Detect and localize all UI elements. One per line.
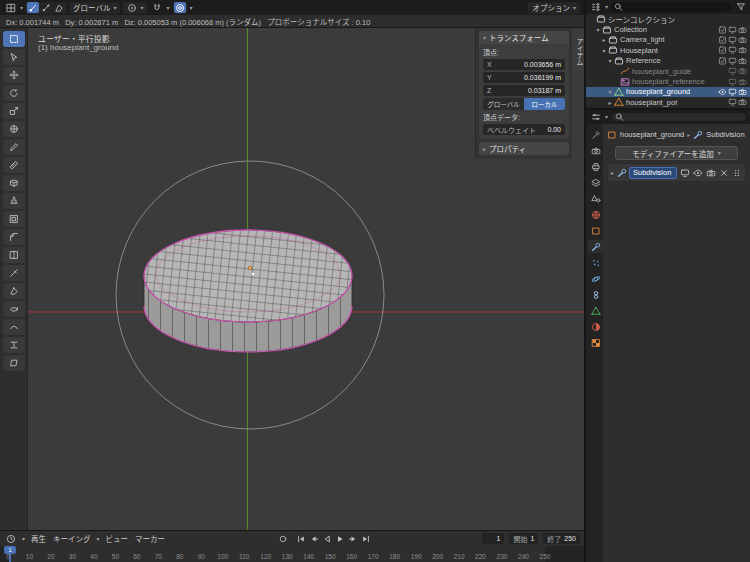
disclosure-triangle-icon[interactable]: ▾ bbox=[594, 26, 602, 33]
modifier-expand-icon[interactable]: ▸ bbox=[611, 170, 614, 176]
snap-magnet-toggle[interactable] bbox=[150, 2, 163, 14]
options-dropdown[interactable]: オプション ▾ bbox=[528, 2, 580, 14]
vertex-select-mode-button[interactable] bbox=[27, 2, 39, 13]
tool-measure[interactable] bbox=[3, 157, 25, 173]
drag-handle-icon[interactable] bbox=[731, 167, 742, 178]
add-modifier-button[interactable]: モディファイアーを追加 ▾ bbox=[615, 146, 738, 160]
tool-bevel[interactable] bbox=[3, 229, 25, 245]
camera-icon[interactable] bbox=[738, 87, 747, 96]
viewport-3d[interactable]: ユーザー・平行投影 (1) houseplant_ground ▾ トランスフォ… bbox=[28, 28, 584, 530]
properties-tab-output[interactable] bbox=[588, 160, 603, 173]
camera-icon[interactable] bbox=[738, 35, 747, 44]
tool-annotate[interactable] bbox=[3, 139, 25, 155]
face-select-mode-button[interactable] bbox=[53, 2, 65, 13]
properties-tab-object-data[interactable] bbox=[588, 304, 603, 317]
breadcrumb-object[interactable]: houseplant_ground bbox=[620, 130, 684, 139]
camera-icon[interactable] bbox=[738, 25, 747, 34]
disclosure-triangle-icon[interactable]: ▸ bbox=[600, 36, 608, 43]
current-frame-field[interactable]: 1 bbox=[482, 533, 504, 544]
menu-keying[interactable]: キーイング bbox=[52, 533, 92, 544]
screen-icon[interactable] bbox=[728, 87, 737, 96]
transform-panel-header[interactable]: ▾ トランスフォーム bbox=[479, 31, 569, 44]
edge-select-mode-button[interactable] bbox=[40, 2, 52, 13]
timeline-editor-icon[interactable] bbox=[4, 533, 17, 545]
properties-tab-constraints[interactable] bbox=[588, 288, 603, 301]
tool-scale[interactable] bbox=[3, 103, 25, 119]
checkbox-icon[interactable] bbox=[718, 25, 727, 34]
global-button[interactable]: グローバル bbox=[483, 98, 524, 110]
disclosure-triangle-icon[interactable]: ▸ bbox=[606, 99, 614, 106]
camera-icon[interactable] bbox=[738, 98, 747, 107]
vertex-z-field[interactable]: Z 0.03187 m bbox=[483, 85, 565, 96]
camera-icon[interactable] bbox=[738, 67, 747, 76]
proportional-editing-toggle[interactable] bbox=[174, 2, 186, 13]
delete-modifier-button[interactable] bbox=[718, 167, 729, 178]
vertex-y-field[interactable]: Y 0.036199 m bbox=[483, 72, 565, 83]
properties-tab-view-layer[interactable] bbox=[588, 176, 603, 189]
outliner-search-input[interactable] bbox=[611, 2, 731, 12]
display-render-toggle[interactable] bbox=[705, 167, 716, 178]
tool-spin[interactable] bbox=[3, 301, 25, 317]
screen-icon[interactable] bbox=[728, 25, 737, 34]
outliner-row-Houseplant[interactable]: ▾Houseplant bbox=[586, 45, 750, 55]
jump-end-button[interactable] bbox=[360, 533, 372, 544]
local-button[interactable]: ローカル bbox=[524, 98, 565, 110]
play-button[interactable] bbox=[334, 533, 346, 544]
outliner-row-houseplant_guide[interactable]: houseplant_guide bbox=[586, 66, 750, 76]
camera-icon[interactable] bbox=[738, 77, 747, 86]
camera-icon[interactable] bbox=[738, 56, 747, 65]
frame-start-field[interactable]: 開始 1 bbox=[509, 533, 538, 544]
checkbox-icon[interactable] bbox=[718, 35, 727, 44]
jump-start-button[interactable] bbox=[295, 533, 307, 544]
menu-playback[interactable]: 再生 bbox=[30, 533, 47, 544]
prev-keyframe-button[interactable] bbox=[308, 533, 320, 544]
display-realtime-toggle[interactable] bbox=[692, 167, 703, 178]
tool-rotate[interactable] bbox=[3, 85, 25, 101]
editor-type-icon[interactable] bbox=[4, 2, 17, 14]
checkbox-icon[interactable] bbox=[718, 56, 727, 65]
properties-tab-modifiers[interactable] bbox=[588, 240, 603, 253]
disclosure-triangle-icon[interactable]: ▾ bbox=[606, 88, 614, 95]
bevel-weight-field[interactable]: ベベルウェイト 0.00 bbox=[483, 124, 565, 135]
properties-tab-particles[interactable] bbox=[588, 256, 603, 269]
screen-icon[interactable] bbox=[728, 35, 737, 44]
properties-tab-material[interactable] bbox=[588, 320, 603, 333]
properties-tab-physics[interactable] bbox=[588, 272, 603, 285]
modifier-name-field[interactable]: Subdivision bbox=[629, 167, 677, 179]
tool-inset-faces[interactable] bbox=[3, 211, 25, 227]
tool-select-box[interactable] bbox=[3, 31, 25, 47]
properties-search-input[interactable] bbox=[611, 112, 747, 122]
properties-editor-icon[interactable] bbox=[589, 111, 602, 123]
checkbox-icon[interactable] bbox=[718, 46, 727, 55]
breadcrumb-modifier[interactable]: Subdivision bbox=[706, 130, 744, 139]
properties-tab-scene[interactable] bbox=[588, 192, 603, 205]
tool-loop-cut[interactable] bbox=[3, 247, 25, 263]
screen-icon[interactable] bbox=[728, 46, 737, 55]
screen-icon[interactable] bbox=[728, 56, 737, 65]
screen-icon[interactable] bbox=[728, 77, 737, 86]
screen-icon[interactable] bbox=[728, 67, 737, 76]
tool-shear[interactable] bbox=[3, 355, 25, 371]
properties-subpanel-header[interactable]: ▸ プロパティ bbox=[479, 142, 569, 155]
disclosure-triangle-icon[interactable]: ▾ bbox=[600, 47, 608, 54]
menu-view[interactable]: ビュー bbox=[105, 533, 130, 544]
outliner-editor-icon[interactable] bbox=[589, 1, 602, 13]
menu-marker[interactable]: マーカー bbox=[134, 533, 166, 544]
camera-icon[interactable] bbox=[738, 46, 747, 55]
tool-knife[interactable] bbox=[3, 265, 25, 281]
play-reverse-button[interactable] bbox=[321, 533, 333, 544]
outliner-row-houseplant_pot[interactable]: ▸houseplant_pot bbox=[586, 97, 750, 107]
display-editmode-toggle[interactable] bbox=[679, 167, 690, 178]
tool-edge-slide[interactable] bbox=[3, 337, 25, 353]
outliner-row-houseplant_reference[interactable]: houseplant_reference bbox=[586, 76, 750, 86]
properties-tab-world[interactable] bbox=[588, 208, 603, 221]
properties-tab-object[interactable] bbox=[588, 224, 603, 237]
tool-extrude-region[interactable] bbox=[3, 193, 25, 209]
filter-icon[interactable] bbox=[734, 1, 747, 13]
auto-keying-toggle[interactable] bbox=[277, 533, 290, 545]
outliner-row-Reference[interactable]: ▾Reference bbox=[586, 56, 750, 66]
tool-transform[interactable] bbox=[3, 121, 25, 137]
outliner-row-Collection[interactable]: ▾Collection bbox=[586, 24, 750, 34]
timeline-ruler[interactable]: 1 01020304050607080901001101201301401501… bbox=[0, 546, 584, 562]
tool-add-primitive[interactable] bbox=[3, 175, 25, 191]
